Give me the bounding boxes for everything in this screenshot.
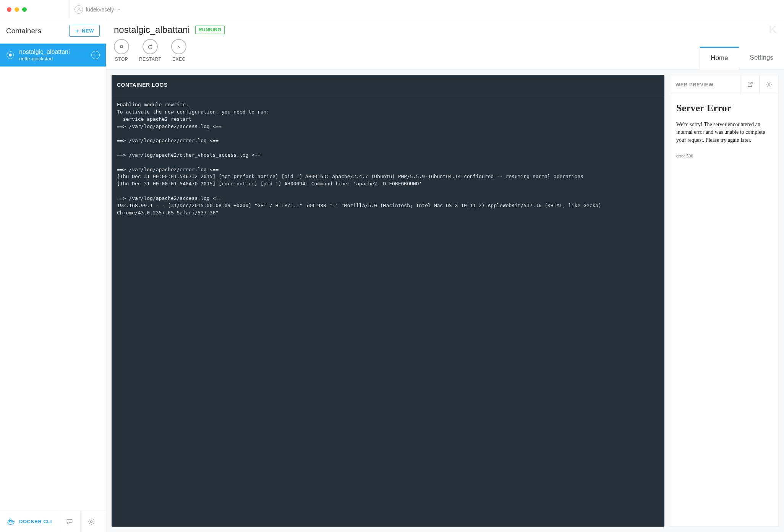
chevron-down-icon bbox=[117, 8, 121, 11]
preview-heading: Server Error bbox=[676, 102, 772, 114]
svg-rect-6 bbox=[10, 519, 11, 520]
window-zoom-button[interactable] bbox=[22, 7, 27, 12]
app-logo: K bbox=[769, 23, 776, 36]
docker-cli-button[interactable]: DOCKER CLI bbox=[0, 511, 59, 532]
restart-button[interactable]: RESTART bbox=[139, 39, 161, 62]
window-controls bbox=[7, 7, 27, 12]
preview-message: We're sorry! The server encountered an i… bbox=[676, 121, 772, 144]
window-close-button[interactable] bbox=[7, 7, 11, 12]
chat-icon bbox=[66, 518, 73, 526]
web-preview-title: WEB PREVIEW bbox=[670, 82, 740, 88]
svg-point-2 bbox=[9, 54, 11, 56]
restart-icon bbox=[147, 44, 153, 50]
window-minimize-button[interactable] bbox=[15, 7, 19, 12]
logs-title: CONTAINER LOGS bbox=[112, 75, 664, 95]
user-name: ludekvesely bbox=[86, 6, 114, 13]
new-button-label: NEW bbox=[82, 28, 94, 34]
stop-icon bbox=[118, 44, 125, 50]
container-list-item[interactable]: nostalgic_albattani nette-quickstart bbox=[0, 44, 106, 66]
gear-icon bbox=[766, 81, 773, 88]
docker-cli-label: DOCKER CLI bbox=[19, 519, 52, 524]
status-badge: RUNNING bbox=[195, 26, 225, 34]
preview-settings-button[interactable] bbox=[759, 75, 778, 94]
web-preview-panel: WEB PREVIEW Server Error We're sorry! Th… bbox=[670, 75, 779, 527]
preview-error-code: error 500 bbox=[676, 153, 772, 159]
terminal-icon bbox=[176, 44, 182, 50]
stop-label: STOP bbox=[115, 57, 128, 62]
container-item-image: nette-quickstart bbox=[19, 56, 87, 62]
exec-label: EXEC bbox=[172, 57, 186, 62]
tab-home[interactable]: Home bbox=[700, 47, 739, 70]
gear-icon bbox=[87, 518, 95, 526]
logs-output[interactable]: Enabling module rewrite. To activate the… bbox=[112, 95, 664, 527]
user-menu[interactable]: ludekvesely bbox=[75, 5, 121, 14]
page-title: nostalgic_albattani bbox=[114, 24, 190, 35]
plus-icon bbox=[75, 29, 79, 33]
container-item-name: nostalgic_albattani bbox=[19, 48, 87, 56]
svg-point-7 bbox=[90, 521, 92, 522]
preferences-button[interactable] bbox=[81, 511, 102, 532]
new-container-button[interactable]: NEW bbox=[69, 25, 100, 37]
web-preview-frame: Server Error We're sorry! The server enc… bbox=[670, 94, 779, 527]
content-area: nostalgic_albattani RUNNING K STOP RESTA… bbox=[106, 19, 784, 532]
titlebar: ludekvesely bbox=[0, 0, 784, 19]
tab-settings[interactable]: Settings bbox=[739, 46, 784, 69]
container-logs-panel: CONTAINER LOGS Enabling module rewrite. … bbox=[112, 75, 664, 527]
svg-point-0 bbox=[78, 8, 79, 9]
svg-rect-3 bbox=[8, 521, 10, 522]
stop-button[interactable]: STOP bbox=[114, 39, 129, 62]
sidebar: Containers NEW nostalgic_albattani nette… bbox=[0, 19, 106, 532]
open-external-button[interactable] bbox=[740, 75, 759, 94]
sidebar-title: Containers bbox=[6, 27, 41, 35]
feedback-button[interactable] bbox=[59, 511, 81, 532]
svg-point-9 bbox=[768, 84, 770, 86]
svg-rect-8 bbox=[120, 45, 122, 47]
restart-label: RESTART bbox=[139, 57, 161, 62]
exec-button[interactable]: EXEC bbox=[171, 39, 186, 62]
external-link-icon bbox=[747, 81, 753, 88]
user-avatar-icon bbox=[75, 5, 83, 14]
container-running-icon bbox=[6, 51, 15, 59]
container-item-remove-button[interactable] bbox=[91, 51, 100, 59]
docker-icon bbox=[7, 517, 15, 526]
close-icon bbox=[94, 53, 97, 57]
svg-rect-4 bbox=[10, 521, 11, 522]
